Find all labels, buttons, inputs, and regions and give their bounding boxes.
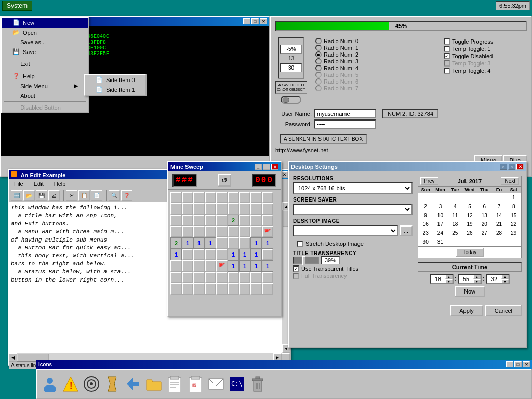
cancel-btn[interactable]: Cancel xyxy=(485,305,522,316)
cal-cell-14[interactable]: 14 xyxy=(491,211,506,220)
cal-cell-1[interactable]: 1 xyxy=(507,193,521,202)
radio-2-circle[interactable] xyxy=(315,51,322,58)
cal-cell-3[interactable]: 3 xyxy=(433,202,447,211)
mine-cell-8-6[interactable] xyxy=(239,283,250,295)
mine-cell-2-2[interactable] xyxy=(193,215,205,226)
mine-cell-6-1[interactable] xyxy=(182,260,193,272)
cal-cell-6[interactable]: 6 xyxy=(477,202,491,211)
mine-cell-4-6[interactable] xyxy=(239,237,250,249)
mine-cell-3-0[interactable] xyxy=(170,226,182,237)
mine-cell-4-8[interactable]: 1 xyxy=(262,237,273,249)
radio-0-circle[interactable] xyxy=(315,38,322,44)
mine-cell-5-2[interactable] xyxy=(193,249,205,260)
seconds-value[interactable]: 32 xyxy=(487,275,501,283)
mine-cell-6-4[interactable]: 🚩 xyxy=(216,260,228,272)
minutes-up[interactable]: ▲ xyxy=(473,275,481,279)
mine-cell-4-5[interactable] xyxy=(228,237,239,249)
edit-menu-edit[interactable]: Edit xyxy=(31,180,47,188)
menu-saveas[interactable]: Save as... xyxy=(2,37,88,47)
desktop-image-browse-btn[interactable]: ... xyxy=(400,225,413,236)
cal-cell-5[interactable]: 5 xyxy=(462,202,477,211)
ds-btn-1[interactable]: ○ xyxy=(500,164,507,170)
desktop-image-select[interactable] xyxy=(293,225,398,236)
mine-cell-3-8[interactable]: 🚩 xyxy=(262,226,273,237)
mine-cell-7-1[interactable] xyxy=(182,272,193,283)
mine-cell-8-4[interactable] xyxy=(216,283,228,295)
icon-back[interactable] xyxy=(125,376,141,392)
cal-cell-16[interactable]: 16 xyxy=(418,220,433,229)
mine-cell-2-5[interactable]: 2 xyxy=(228,215,239,226)
mine-cell-7-5[interactable] xyxy=(228,272,239,283)
mine-cell-8-3[interactable] xyxy=(205,283,216,295)
icon-hourglass[interactable] xyxy=(104,376,121,392)
cal-cell-20[interactable]: 20 xyxy=(477,220,491,229)
minutes-value[interactable]: 55 xyxy=(459,275,473,283)
mine-cell-0-1[interactable] xyxy=(182,192,193,203)
icon-folder[interactable] xyxy=(145,376,162,392)
debugger-maximize-btn[interactable]: □ xyxy=(251,18,259,24)
edit-close-btn[interactable]: ✕ xyxy=(281,171,288,178)
mine-cell-3-5[interactable] xyxy=(228,226,239,237)
mine-cell-4-1[interactable]: 1 xyxy=(182,237,193,249)
cal-cell-7[interactable]: 7 xyxy=(491,202,506,211)
mine-cell-2-1[interactable] xyxy=(182,215,193,226)
cal-cell-2[interactable]: 2 xyxy=(418,202,433,211)
mine-cell-3-7[interactable] xyxy=(250,226,262,237)
transparency-slider[interactable] xyxy=(293,257,319,264)
checkbox-4[interactable]: Temp Toggle: 4 xyxy=(444,68,527,74)
toolbar-paste[interactable]: 📄 xyxy=(91,190,102,201)
mine-cell-0-3[interactable] xyxy=(205,192,216,203)
mine-cell-6-5[interactable]: 1 xyxy=(228,260,239,272)
cal-cell-19[interactable]: 19 xyxy=(462,220,477,229)
scroll-left-btn[interactable]: ◀ xyxy=(9,353,17,362)
screen-saver-select[interactable] xyxy=(293,204,413,215)
side-item-1[interactable]: 📄 Side Item 1 xyxy=(85,85,145,95)
cal-prev-btn[interactable]: Prev xyxy=(420,177,438,185)
hours-value[interactable]: 18 xyxy=(431,275,445,283)
mine-cell-3-1[interactable] xyxy=(182,226,193,237)
mine-cell-8-5[interactable] xyxy=(228,283,239,295)
mine-cell-1-1[interactable] xyxy=(182,203,193,215)
mine-cell-5-3[interactable] xyxy=(205,249,216,260)
menu-sidemenu[interactable]: Side Menu ▶ xyxy=(2,81,88,91)
icons-minimize[interactable]: _ xyxy=(506,361,513,367)
toolbar-open[interactable]: 📂 xyxy=(23,190,35,201)
checkbox-1-box[interactable] xyxy=(444,46,450,52)
cal-cell-30[interactable]: 30 xyxy=(418,237,433,246)
today-btn[interactable]: Today xyxy=(456,248,484,257)
cal-cell-18[interactable]: 18 xyxy=(448,220,462,229)
mine-cell-6-0[interactable] xyxy=(170,260,182,272)
mine-cell-0-0[interactable] xyxy=(170,192,182,203)
toolbar-new[interactable]: 🆕 xyxy=(11,190,22,201)
radio-1-circle[interactable] xyxy=(315,45,322,51)
icon-clipboard1[interactable] xyxy=(166,376,183,392)
mine-cell-8-7[interactable] xyxy=(250,283,262,295)
mine-cell-4-2[interactable]: 1 xyxy=(193,237,205,249)
mine-cell-5-4[interactable] xyxy=(216,249,228,260)
icon-target[interactable] xyxy=(83,376,100,392)
hours-down[interactable]: ▼ xyxy=(445,279,453,283)
toolbar-cut[interactable]: ✂ xyxy=(66,190,77,201)
icon-user[interactable] xyxy=(42,376,58,392)
minesweep-minimize[interactable]: _ xyxy=(255,164,262,170)
debugger-minimize-btn[interactable]: _ xyxy=(243,18,250,24)
seconds-down[interactable]: ▼ xyxy=(501,279,509,283)
checkbox-0-box[interactable] xyxy=(444,38,450,45)
mine-cell-7-4[interactable] xyxy=(216,272,228,283)
mine-cell-2-6[interactable] xyxy=(239,215,250,226)
mine-cell-7-3[interactable] xyxy=(205,272,216,283)
icon-terminal[interactable]: C:\ xyxy=(229,376,245,392)
radio-0[interactable]: Radio Num: 0 xyxy=(315,38,440,44)
mine-cell-1-2[interactable] xyxy=(193,203,205,215)
apply-btn[interactable]: Apply xyxy=(450,305,483,316)
mine-cell-2-0[interactable] xyxy=(170,215,182,226)
icon-mail[interactable] xyxy=(208,376,224,392)
mine-cell-5-6[interactable]: 1 xyxy=(239,249,250,260)
checkbox-2-box[interactable] xyxy=(444,53,450,59)
mine-cell-1-0[interactable] xyxy=(170,203,182,215)
menu-open[interactable]: 📂 Open xyxy=(2,28,88,37)
mine-cell-4-7[interactable]: 1 xyxy=(250,237,262,249)
mine-cell-0-2[interactable] xyxy=(193,192,205,203)
cal-cell-29[interactable]: 29 xyxy=(507,229,521,237)
menu-about[interactable]: About xyxy=(2,91,88,100)
